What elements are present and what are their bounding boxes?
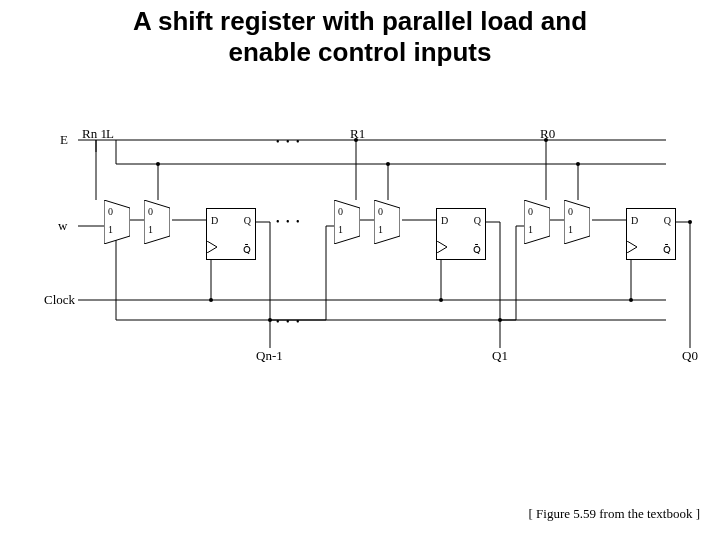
junction-node xyxy=(629,298,633,302)
dots-icon: • • • xyxy=(276,136,302,147)
dots-icon: • • • xyxy=(276,316,302,327)
junction-node xyxy=(544,138,548,142)
wiring-svg xyxy=(56,130,696,370)
label-L: L xyxy=(106,126,114,142)
title-line-2: enable control inputs xyxy=(229,37,492,67)
junction-node xyxy=(688,220,692,224)
mux-enable-n1: 0 1 xyxy=(104,200,130,244)
junction-node xyxy=(439,298,443,302)
label-Clock: Clock xyxy=(44,292,75,308)
clock-edge-icon xyxy=(207,241,219,253)
flipflop-1: D Q Q̄ xyxy=(436,208,486,260)
label-E: E xyxy=(60,132,68,148)
label-w: w xyxy=(58,218,67,234)
figure-caption: [ Figure 5.59 from the textbook ] xyxy=(529,506,701,522)
mux-enable-1: 0 1 xyxy=(334,200,360,244)
label-Qn1: Qn-1 xyxy=(256,348,283,364)
label-Q0: Q0 xyxy=(682,348,698,364)
junction-node xyxy=(268,318,272,322)
mux-load-1: 0 1 xyxy=(374,200,400,244)
flipflop-0: D Q Q̄ xyxy=(626,208,676,260)
mux-load-n1: 0 1 xyxy=(144,200,170,244)
page-title: A shift register with parallel load and … xyxy=(0,0,720,68)
dots-icon: • • • xyxy=(276,216,302,227)
junction-node xyxy=(576,162,580,166)
shift-register-diagram: E Rn 1 L R1 R0 w Clock • • • • • • • • •… xyxy=(56,130,696,370)
label-Q1: Q1 xyxy=(492,348,508,364)
clock-edge-icon xyxy=(437,241,449,253)
junction-node xyxy=(386,162,390,166)
mux-load-0: 0 1 xyxy=(564,200,590,244)
title-line-1: A shift register with parallel load and xyxy=(133,6,587,36)
clock-edge-icon xyxy=(627,241,639,253)
junction-node xyxy=(209,298,213,302)
label-Rn1: Rn 1 xyxy=(82,126,107,142)
flipflop-n1: D Q Q̄ xyxy=(206,208,256,260)
mux-enable-0: 0 1 xyxy=(524,200,550,244)
junction-node xyxy=(354,138,358,142)
junction-node xyxy=(498,318,502,322)
junction-node xyxy=(156,162,160,166)
